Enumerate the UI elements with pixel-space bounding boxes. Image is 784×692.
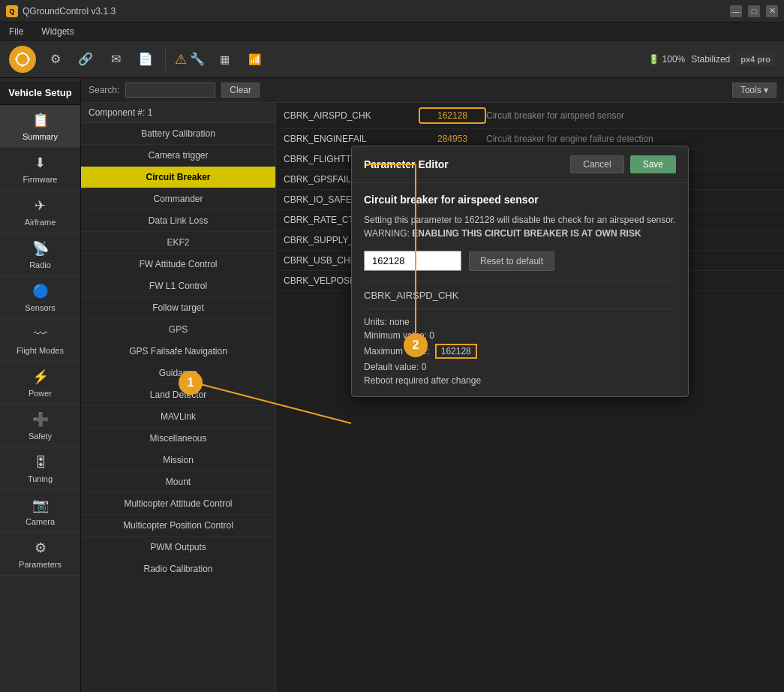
category-miscellaneous[interactable]: Miscellaneous	[81, 428, 275, 450]
modal-param-name: CBRK_AIRSPD_CHK	[364, 290, 676, 301]
modal-save-button[interactable]: Save	[630, 155, 676, 173]
category-mission[interactable]: Mission	[81, 450, 275, 471]
category-gps[interactable]: GPS	[81, 319, 275, 341]
modal-reset-button[interactable]: Reset to default	[469, 251, 554, 271]
category-land-detector[interactable]: Land Detector	[81, 384, 275, 406]
toolbar-separator-1	[165, 48, 166, 71]
modal-cancel-button[interactable]: Cancel	[570, 155, 623, 173]
radio-icon: 📡	[32, 239, 50, 257]
content-area: Search: Clear Tools ▾ Component #: 1 Bat…	[81, 78, 784, 692]
tools-button[interactable]: Tools ▾	[732, 83, 776, 98]
category-gps-fail-nav[interactable]: GPS Failsafe Navigation	[81, 341, 275, 363]
param-row-cbrk-airspd[interactable]: CBRK_AIRSPD_CHK 162128 Circuit breaker f…	[276, 103, 784, 129]
clear-button[interactable]: Clear	[221, 83, 260, 98]
flight-status: Stabilized	[691, 54, 730, 65]
titlebar-controls: — □ ✕	[730, 5, 778, 17]
modal-max-label: Maximum value:	[364, 346, 429, 357]
param-value-cbrk-airspd: 162128	[419, 107, 486, 124]
sidebar-item-power[interactable]: ⚡ Power	[0, 362, 80, 405]
modal-divider-2	[364, 308, 676, 309]
category-fw-attitude[interactable]: FW Attitude Control	[81, 254, 275, 275]
send-icon[interactable]: ✉	[105, 49, 126, 70]
sidebar-radio-label: Radio	[29, 260, 51, 269]
sidebar-firmware-label: Firmware	[23, 175, 58, 184]
sidebar-sensors-label: Sensors	[25, 303, 55, 312]
category-data-link-loss[interactable]: Data Link Loss	[81, 210, 275, 232]
menu-widgets[interactable]: Widgets	[38, 25, 77, 38]
menu-file[interactable]: File	[6, 25, 26, 38]
summary-icon: 📋	[32, 111, 50, 129]
param-value-cbrk-enginefail: 284953	[419, 134, 486, 144]
sidebar-item-summary[interactable]: 📋 Summary	[0, 105, 80, 148]
camera-icon: 📷	[32, 496, 50, 514]
category-multicopter-pos[interactable]: Multicopter Position Control	[81, 515, 275, 537]
param-desc-cbrk-enginefail: Circuit breaker for engine failure detec…	[486, 134, 776, 144]
modal-default-value: Default value: 0	[364, 362, 676, 372]
modal-input-row: Reset to default	[364, 251, 676, 271]
sidebar-item-radio[interactable]: 📡 Radio	[0, 233, 80, 276]
modal-description: Setting this parameter to 162128 will di…	[364, 213, 676, 240]
sidebar-item-airframe[interactable]: ✈ Airframe	[0, 191, 80, 233]
sidebar-item-safety[interactable]: ➕ Safety	[0, 405, 80, 447]
category-camera-trigger[interactable]: Camera trigger	[81, 145, 275, 167]
category-ekf2[interactable]: EKF2	[81, 232, 275, 254]
tuning-icon: 🎛	[32, 453, 50, 471]
warning-section: ⚠ 🔧	[175, 51, 205, 68]
battery-indicator: 🔋 100%	[648, 54, 686, 65]
modal-units: Units: none	[364, 317, 676, 327]
close-button[interactable]: ✕	[766, 5, 778, 17]
category-fw-l1[interactable]: FW L1 Control	[81, 275, 275, 297]
param-name-cbrk-airspd: CBRK_AIRSPD_CHK	[284, 110, 419, 121]
search-bar: Search: Clear Tools ▾	[81, 78, 784, 103]
category-guidance[interactable]: Guidance	[81, 363, 275, 384]
titlebar-left: Q QGroundControl v3.1.3	[6, 5, 116, 17]
grid-icon[interactable]: ▦	[214, 49, 235, 70]
category-battery-cal[interactable]: Battery Calibration	[81, 123, 275, 145]
airframe-icon: ✈	[32, 197, 50, 215]
connection-icon[interactable]: 🔗	[75, 49, 96, 70]
safety-icon: ➕	[32, 411, 50, 429]
category-mount[interactable]: Mount	[81, 471, 275, 493]
sidebar-flight-modes-label: Flight Modes	[17, 346, 64, 355]
maximize-button[interactable]: □	[748, 5, 760, 17]
category-circuit-breaker[interactable]: Circuit Breaker	[81, 167, 275, 188]
sidebar-item-sensors[interactable]: 🔵 Sensors	[0, 276, 80, 319]
modal-body: Circuit breaker for airspeed sensor Sett…	[352, 183, 688, 396]
search-label: Search:	[89, 85, 119, 95]
sidebar-tuning-label: Tuning	[28, 474, 53, 483]
category-pwm-outputs[interactable]: PWM Outputs	[81, 537, 275, 558]
category-radio-cal[interactable]: Radio Calibration	[81, 558, 275, 580]
modal-min-value: Minimum value: 0	[364, 330, 676, 341]
titlebar: Q QGroundControl v3.1.3 — □ ✕	[0, 0, 784, 23]
category-follow-target[interactable]: Follow target	[81, 297, 275, 319]
document-icon[interactable]: 📄	[135, 49, 156, 70]
sidebar-parameters-label: Parameters	[19, 560, 62, 569]
sidebar-item-camera[interactable]: 📷 Camera	[0, 490, 80, 533]
modal-actions: Cancel Save	[570, 155, 676, 173]
sidebar-item-firmware[interactable]: ⬇ Firmware	[0, 148, 80, 191]
category-commander[interactable]: Commander	[81, 188, 275, 210]
toolbar: ⚙ 🔗 ✉ 📄 ⚠ 🔧 ▦ 📶 🔋 100% Stabilized px4 pr…	[0, 41, 784, 78]
app-title: QGroundControl v3.1.3	[23, 6, 116, 17]
settings-icon[interactable]: ⚙	[45, 49, 66, 70]
warning-icon: ⚠	[175, 51, 187, 68]
param-desc-cbrk-airspd: Circuit breaker for airspeed sensor	[486, 110, 776, 121]
vehicle-setup-label: Vehicle Setup	[0, 81, 80, 105]
main-layout: Vehicle Setup 📋 Summary ⬇ Firmware ✈ Air…	[0, 78, 784, 692]
sidebar-item-parameters[interactable]: ⚙ Parameters	[0, 533, 80, 576]
sidebar-item-tuning[interactable]: 🎛 Tuning	[0, 447, 80, 490]
battery-icon: 🔋	[648, 54, 659, 65]
search-input[interactable]	[125, 83, 215, 98]
sidebar-item-flight-modes[interactable]: 〰 Flight Modes	[0, 319, 80, 362]
qgc-logo[interactable]	[9, 46, 36, 73]
param-name-cbrk-enginefail: CBRK_ENGINEFAIL	[284, 134, 419, 144]
parameter-editor-modal: Parameter Editor Cancel Save Circuit bre…	[351, 146, 689, 397]
minimize-button[interactable]: —	[730, 5, 742, 17]
category-multicopter-att[interactable]: Multicopter Attitude Control	[81, 493, 275, 515]
firmware-icon: ⬇	[32, 154, 50, 172]
sidebar-summary-label: Summary	[23, 132, 58, 141]
menubar: File Widgets	[0, 23, 784, 41]
modal-divider	[364, 281, 676, 282]
modal-value-input[interactable]	[364, 251, 461, 271]
category-mavlink[interactable]: MAVLink	[81, 406, 275, 428]
